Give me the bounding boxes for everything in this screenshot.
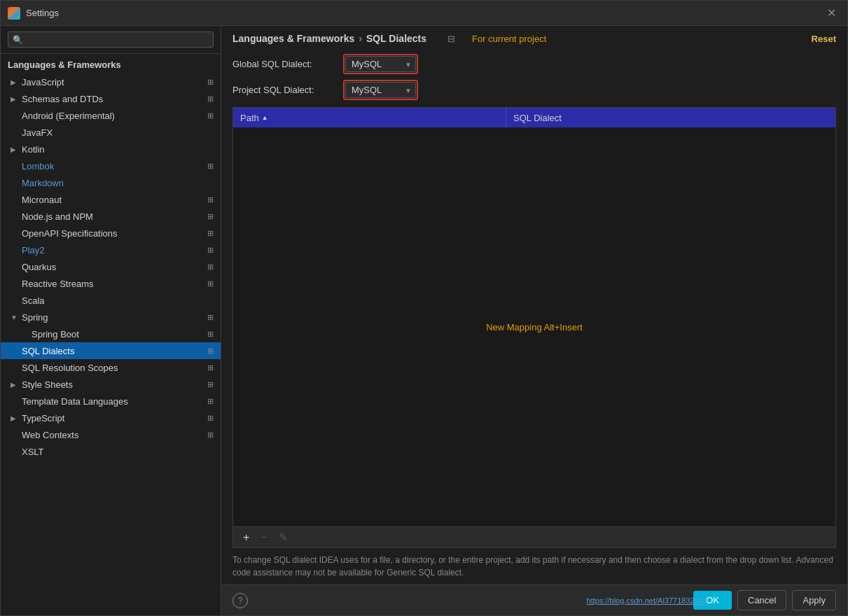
sidebar-item-spring[interactable]: ▼ Spring ⊞	[1, 309, 221, 326]
expand-icon: ▶	[11, 381, 19, 388]
sidebar-item-typescript[interactable]: ▶ TypeScript ⊞	[1, 410, 221, 426]
main-content: 🔍 Languages & Frameworks ▶ JavaScript ⊞ …	[1, 26, 847, 615]
item-settings-icon: ⊞	[207, 397, 214, 406]
breadcrumb-separator: ›	[359, 33, 362, 44]
search-icon: 🔍	[13, 35, 23, 45]
search-wrapper[interactable]: 🔍	[8, 31, 214, 48]
project-dialect-label: Project SQL Dialect:	[232, 85, 338, 95]
global-dialect-row: Global SQL Dialect: MySQL PostgreSQL SQL…	[232, 54, 836, 74]
hint-text: To change SQL dialect IDEA uses for a fi…	[221, 548, 847, 584]
footer: ? https://blog.csdn.net/Al3771832949 OK …	[221, 584, 847, 615]
item-settings-icon: ⊞	[207, 414, 214, 423]
breadcrumb-parent: Languages & Frameworks	[232, 33, 354, 44]
global-dialect-select-wrapper: MySQL PostgreSQL SQLite Oracle ▼	[343, 54, 418, 74]
add-mapping-button[interactable]: +	[239, 531, 253, 545]
cancel-button[interactable]: Cancel	[737, 590, 786, 610]
settings-window: Settings ✕ 🔍 Languages & Frameworks ▶ Ja…	[0, 0, 848, 616]
sidebar-item-micronaut[interactable]: Micronaut ⊞	[1, 191, 221, 208]
sidebar-item-label: Android (Experimental)	[22, 111, 204, 121]
sidebar-item-style-sheets[interactable]: ▶ Style Sheets ⊞	[1, 376, 221, 393]
edit-mapping-button[interactable]: ✎	[274, 531, 292, 545]
path-column-header[interactable]: Path ▲	[233, 108, 506, 127]
global-dialect-label: Global SQL Dialect:	[232, 59, 338, 69]
item-settings-icon: ⊞	[207, 229, 214, 238]
empty-table-hint: New Mapping Alt+Insert	[486, 322, 583, 332]
footer-buttons: OK Cancel Apply	[693, 590, 836, 610]
close-button[interactable]: ✕	[823, 5, 840, 21]
item-settings-icon: ⊞	[207, 380, 214, 389]
sidebar-item-quarkus[interactable]: Quarkus ⊞	[1, 258, 221, 275]
sort-icon: ▲	[262, 114, 268, 121]
sidebar-item-android[interactable]: Android (Experimental) ⊞	[1, 107, 221, 124]
global-dialect-select[interactable]: MySQL PostgreSQL SQLite Oracle	[345, 56, 416, 72]
reset-button[interactable]: Reset	[812, 34, 836, 44]
sidebar-item-label: XSLT	[22, 447, 214, 457]
sidebar-item-label: JavaFX	[22, 127, 214, 138]
panel-header: Languages & Frameworks › SQL Dialects ⊟ …	[221, 26, 847, 50]
project-dialect-container: MySQL PostgreSQL SQLite Oracle ▼	[345, 82, 416, 98]
sidebar-item-sql-dialects[interactable]: SQL Dialects ⊞	[1, 342, 221, 359]
sidebar-item-label: Spring Boot	[32, 329, 204, 340]
remove-mapping-button[interactable]: −	[256, 531, 271, 545]
sidebar-item-nodejs[interactable]: Node.js and NPM ⊞	[1, 208, 221, 225]
sidebar-item-spring-boot[interactable]: Spring Boot ⊞	[1, 326, 221, 342]
item-settings-icon: ⊞	[207, 195, 214, 204]
help-button[interactable]: ?	[232, 593, 248, 608]
item-settings-icon: ⊞	[207, 246, 214, 255]
sidebar-item-label: Lombok	[22, 161, 204, 172]
item-settings-icon: ⊞	[207, 162, 214, 171]
sidebar-item-label: OpenAPI Specifications	[22, 228, 204, 239]
for-current-project-link[interactable]: For current project	[472, 34, 546, 44]
item-settings-icon: ⊞	[207, 279, 214, 288]
header-right: Reset	[812, 34, 836, 44]
sidebar-item-label: Node.js and NPM	[22, 211, 204, 222]
sidebar-item-label: Markdown	[22, 178, 214, 188]
dialect-column-header[interactable]: SQL Dialect	[506, 108, 835, 127]
sidebar-item-javascript[interactable]: ▶ JavaScript ⊞	[1, 74, 221, 90]
sidebar-item-openapi[interactable]: OpenAPI Specifications ⊞	[1, 225, 221, 241]
sidebar-item-sql-resolution[interactable]: SQL Resolution Scopes ⊞	[1, 359, 221, 376]
expand-icon: ▼	[11, 314, 19, 321]
expand-icon: ▶	[11, 414, 19, 422]
sidebar-item-kotlin[interactable]: ▶ Kotlin	[1, 141, 221, 158]
sidebar-item-markdown[interactable]: Markdown	[1, 174, 221, 191]
sidebar-item-lombok[interactable]: Lombok ⊞	[1, 158, 221, 174]
expand-icon: ▶	[11, 78, 19, 86]
item-settings-icon: ⊞	[207, 78, 214, 87]
window-title: Settings	[26, 8, 823, 18]
global-dialect-container: MySQL PostgreSQL SQLite Oracle ▼	[345, 56, 416, 72]
sidebar-item-schemas[interactable]: ▶ Schemas and DTDs ⊞	[1, 90, 221, 107]
sidebar: 🔍 Languages & Frameworks ▶ JavaScript ⊞ …	[1, 26, 221, 615]
sidebar-item-label: Schemas and DTDs	[22, 94, 204, 104]
sidebar-item-play2[interactable]: Play2 ⊞	[1, 241, 221, 258]
dialect-settings: Global SQL Dialect: MySQL PostgreSQL SQL…	[221, 50, 847, 107]
item-settings-icon: ⊞	[207, 346, 214, 356]
right-panel: Languages & Frameworks › SQL Dialects ⊟ …	[221, 26, 847, 615]
sidebar-item-label: Reactive Streams	[22, 279, 204, 289]
sidebar-item-web-contexts[interactable]: Web Contexts ⊞	[1, 426, 221, 443]
sidebar-item-label: Style Sheets	[22, 379, 204, 390]
item-settings-icon: ⊞	[207, 430, 214, 440]
sidebar-item-reactive-streams[interactable]: Reactive Streams ⊞	[1, 275, 221, 292]
sidebar-item-label: Template Data Languages	[22, 396, 204, 407]
project-dialect-select[interactable]: MySQL PostgreSQL SQLite Oracle	[345, 82, 416, 98]
search-box: 🔍	[1, 26, 221, 54]
dialect-label: SQL Dialect	[513, 113, 562, 123]
breadcrumb-current: SQL Dialects	[366, 33, 426, 44]
sidebar-item-xslt[interactable]: XSLT	[1, 443, 221, 460]
title-bar: Settings ✕	[1, 1, 847, 26]
item-settings-icon: ⊞	[207, 330, 214, 339]
breadcrumb: Languages & Frameworks › SQL Dialects	[232, 33, 426, 44]
apply-button[interactable]: Apply	[792, 590, 836, 610]
item-settings-icon: ⊞	[207, 94, 214, 104]
sidebar-item-javafx[interactable]: JavaFX	[1, 124, 221, 141]
sidebar-item-label: Scala	[22, 295, 214, 306]
table-toolbar: + − ✎	[233, 526, 835, 547]
search-input[interactable]	[27, 34, 209, 45]
path-dialect-table: Path ▲ SQL Dialect New Mapping Alt+Inser…	[232, 107, 836, 548]
sidebar-item-scala[interactable]: Scala	[1, 292, 221, 309]
sidebar-item-template-data[interactable]: Template Data Languages ⊞	[1, 393, 221, 410]
project-dialect-select-wrapper: MySQL PostgreSQL SQLite Oracle ▼	[343, 80, 418, 100]
item-settings-icon: ⊞	[207, 111, 214, 120]
sidebar-item-label: Play2	[22, 245, 204, 255]
